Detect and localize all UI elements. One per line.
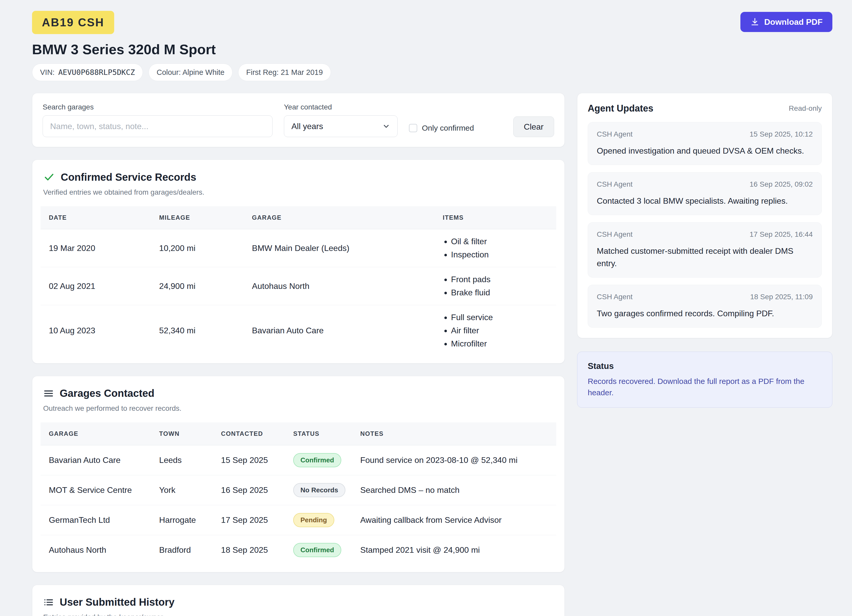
service-record-row: 10 Aug 2023 52,340 mi Bavarian Auto Care… xyxy=(41,305,556,356)
garage-contact-row: GermanTech Ltd Harrogate 17 Sep 2025 Pen… xyxy=(41,505,556,535)
garages-contacted-title: Garages Contacted xyxy=(60,387,154,399)
year-contacted-label: Year contacted xyxy=(284,103,397,111)
page-title: BMW 3 Series 320d M Sport xyxy=(32,41,331,57)
garage-contact-row: MOT & Service Centre York 16 Sep 2025 No… xyxy=(41,475,556,505)
record-mileage: 24,900 mi xyxy=(159,267,252,305)
year-select[interactable]: All years xyxy=(284,115,397,137)
contact-notes: Searched DMS – no match xyxy=(360,475,556,505)
contact-notes: Stamped 2021 visit @ 24,900 mi xyxy=(360,535,556,565)
confirmed-records-subtitle: Verified entries we obtained from garage… xyxy=(43,188,556,196)
garages-contacted-card: Garages Contacted Outreach we performed … xyxy=(32,376,565,572)
vin-label: VIN: xyxy=(40,68,54,77)
col-town: Town xyxy=(159,422,221,445)
agent-update-text: Opened investigation and queued DVSA & O… xyxy=(597,145,813,157)
status-badge: Confirmed xyxy=(293,543,341,557)
service-item: Brake fluid xyxy=(451,286,552,299)
garages-contacted-heading: Garages Contacted xyxy=(43,387,556,399)
filter-bar: Search garages Year contacted All years xyxy=(32,93,565,147)
search-garages-label: Search garages xyxy=(42,103,273,111)
status-badge: No Records xyxy=(293,483,345,497)
garage-contact-row: Bavarian Auto Care Leeds 15 Sep 2025 Con… xyxy=(41,445,556,475)
user-history-heading: User Submitted History xyxy=(43,596,556,608)
col-status: Status xyxy=(293,422,360,445)
col-garage: Garage xyxy=(41,422,159,445)
search-field-group: Search garages xyxy=(42,103,273,137)
download-pdf-label: Download PDF xyxy=(764,17,823,27)
vin-value: AEVU0P688RLP5DKCZ xyxy=(58,68,135,77)
record-garage: BMW Main Dealer (Leeds) xyxy=(252,229,443,267)
record-items-list: Front padsBrake fluid xyxy=(443,273,552,299)
contact-garage: Autohaus North xyxy=(41,535,159,565)
service-item: Air filter xyxy=(451,324,552,337)
service-item: Inspection xyxy=(451,248,552,261)
contact-town: Bradford xyxy=(159,535,221,565)
col-notes: Notes xyxy=(360,422,556,445)
year-field-group: Year contacted All years xyxy=(284,103,397,137)
table-header-row: Date Mileage Garage Items xyxy=(41,206,556,229)
contact-town: Leeds xyxy=(159,445,221,475)
service-record-row: 02 Aug 2021 24,900 mi Autohaus North Fro… xyxy=(41,267,556,305)
agent-update-text: Two garages confirmed records. Compiling… xyxy=(597,307,813,319)
col-date: Date xyxy=(41,206,159,229)
only-confirmed-group: Only confirmed xyxy=(409,124,474,133)
year-select-value: All years xyxy=(292,122,323,131)
contact-town: York xyxy=(159,475,221,505)
record-mileage: 10,200 mi xyxy=(159,229,252,267)
col-garage: Garage xyxy=(252,206,443,229)
status-badge: Pending xyxy=(293,513,334,527)
agent-update-text: Contacted 3 local BMW specialists. Await… xyxy=(597,195,813,207)
agent-update-author: CSH Agent xyxy=(597,130,633,139)
record-date: 02 Aug 2021 xyxy=(41,267,159,305)
main-column: Search garages Year contacted All years xyxy=(32,93,565,616)
record-date: 19 Mar 2020 xyxy=(41,229,159,267)
search-input[interactable] xyxy=(42,115,273,137)
col-items: Items xyxy=(443,206,556,229)
agent-update-item: CSH Agent 16 Sep 2025, 09:02 Contacted 3… xyxy=(588,172,822,215)
status-title: Status xyxy=(588,361,822,371)
contact-date: 18 Sep 2025 xyxy=(221,535,293,565)
contact-garage: GermanTech Ltd xyxy=(41,505,159,535)
user-history-subtitle: Entries provided by the keeper/owner. xyxy=(43,613,556,616)
contact-garage: MOT & Service Centre xyxy=(41,475,159,505)
only-confirmed-label: Only confirmed xyxy=(422,124,474,133)
contact-notes: Found service on 2023-08-10 @ 52,340 mi xyxy=(360,445,556,475)
agent-update-author: CSH Agent xyxy=(597,293,633,301)
list-icon xyxy=(43,597,54,608)
contact-date: 15 Sep 2025 xyxy=(221,445,293,475)
garages-contacted-subtitle: Outreach we performed to recover records… xyxy=(43,404,556,413)
status-text: Records recovered. Download the full rep… xyxy=(588,376,822,398)
service-item: Microfilter xyxy=(451,337,552,350)
contact-town: Harrogate xyxy=(159,505,221,535)
vehicle-info-chips: VIN: AEVU0P688RLP5DKCZ Colour: Alpine Wh… xyxy=(32,63,331,81)
colour-chip: Colour: Alpine White xyxy=(148,63,233,81)
confirmed-records-title: Confirmed Service Records xyxy=(61,172,196,183)
record-items-list: Oil & filterInspection xyxy=(443,235,552,261)
agent-update-timestamp: 18 Sep 2025, 11:09 xyxy=(750,293,813,301)
garages-contacted-table: Garage Town Contacted Status Notes Bavar… xyxy=(41,422,556,565)
side-column: Agent Updates Read-only CSH Agent 15 Sep… xyxy=(577,93,832,408)
contact-date: 17 Sep 2025 xyxy=(221,505,293,535)
agent-update-item: CSH Agent 17 Sep 2025, 16:44 Matched cus… xyxy=(588,222,822,277)
agent-updates-title: Agent Updates xyxy=(588,103,653,114)
service-item: Full service xyxy=(451,311,552,324)
user-history-card: User Submitted History Entries provided … xyxy=(32,585,565,616)
record-date: 10 Aug 2023 xyxy=(41,305,159,356)
contact-date: 16 Sep 2025 xyxy=(221,475,293,505)
col-contacted: Contacted xyxy=(221,422,293,445)
download-pdf-button[interactable]: Download PDF xyxy=(740,12,832,32)
registration-plate: AB19 CSH xyxy=(32,11,114,34)
agent-update-author: CSH Agent xyxy=(597,180,633,188)
status-badge: Confirmed xyxy=(293,453,341,467)
agent-update-timestamp: 16 Sep 2025, 09:02 xyxy=(750,180,813,188)
clear-filters-button[interactable]: Clear xyxy=(513,116,554,137)
user-history-title: User Submitted History xyxy=(60,596,175,608)
agent-update-timestamp: 15 Sep 2025, 10:12 xyxy=(750,130,813,139)
only-confirmed-checkbox[interactable] xyxy=(409,124,417,132)
record-mileage: 52,340 mi xyxy=(159,305,252,356)
service-item: Front pads xyxy=(451,273,552,286)
table-header-row: Garage Town Contacted Status Notes xyxy=(41,422,556,445)
agent-update-meta: CSH Agent 17 Sep 2025, 16:44 xyxy=(597,230,813,238)
confirmed-records-card: Confirmed Service Records Verified entri… xyxy=(32,160,565,363)
chevron-down-icon xyxy=(382,122,391,131)
agent-update-item: CSH Agent 15 Sep 2025, 10:12 Opened inve… xyxy=(588,122,822,165)
